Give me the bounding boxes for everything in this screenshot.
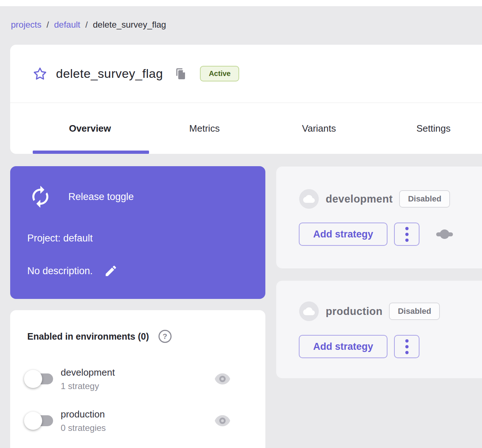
env-row-strategy-count: 1 strategy [61,381,115,391]
production-toggle[interactable] [24,411,53,431]
tab-label: Overview [69,123,111,134]
active-tab-underline [33,151,149,154]
breadcrumb: projects / default / delete_survey_flag [11,20,166,30]
env-row-strategy-count: 0 strategies [61,423,106,433]
kebab-menu-icon[interactable] [394,335,419,358]
copy-icon [175,67,186,80]
breadcrumb-separator: / [85,20,88,30]
tab-label: Variants [302,123,336,134]
environment-name: development [326,193,393,205]
description-row: No description. [27,264,118,278]
environment-avatar [299,301,319,321]
star-outline-icon [33,67,47,81]
flag-type-label: Release toggle [68,191,134,203]
question-circle-icon[interactable] [158,330,172,343]
environment-name: production [326,305,382,317]
description-text: No description. [27,265,93,277]
project-label: Project: default [27,233,93,244]
environment-status-badge: Disabled [389,303,440,320]
env-row-name: production [61,409,106,420]
tab-overview[interactable]: Overview [33,103,147,154]
breadcrumb-current: delete_survey_flag [93,20,166,30]
cloud-icon [303,194,315,204]
breadcrumb-projects[interactable]: projects [11,20,41,30]
env-row-production: production 0 strategies [24,405,251,436]
copy-name-button[interactable] [174,67,187,81]
tab-bar: Overview Metrics Variants Settings [10,103,482,154]
development-strategy-panel: development Disabled Add strategy [276,167,482,268]
add-strategy-button[interactable]: Add strategy [299,335,387,358]
eye-icon[interactable] [214,371,231,387]
tab-metrics[interactable]: Metrics [147,103,262,154]
enabled-environments-title: Enabled in environments (0) [27,331,149,342]
kebab-menu-icon[interactable] [394,223,419,246]
env-row-name: development [61,367,115,378]
tab-label: Metrics [189,123,220,134]
cycle-arrows-icon [28,182,52,211]
production-strategy-panel: production Disabled Add strategy [276,281,482,378]
pencil-icon [104,264,118,278]
status-badge: Active [200,66,239,81]
tab-label: Settings [417,123,451,134]
development-toggle[interactable] [24,369,53,389]
page-title: delete_survey_flag [56,67,163,81]
environment-avatar [299,189,319,209]
favorite-button[interactable] [33,67,47,81]
flag-title-row: delete_survey_flag Active [10,45,482,103]
breadcrumb-separator: / [47,20,49,30]
enabled-environments-card: Enabled in environments (0) development … [10,310,265,448]
tab-variants[interactable]: Variants [262,103,376,154]
slider-icon [436,229,453,239]
add-strategy-button[interactable]: Add strategy [299,223,387,246]
enabled-environments-header: Enabled in environments (0) [27,330,172,343]
top-white-strip [0,0,482,6]
env-row-development: development 1 strategy [24,364,251,394]
tab-settings[interactable]: Settings [376,103,482,154]
edit-description-button[interactable] [104,264,118,278]
flag-type-row: Release toggle [28,182,134,211]
flag-type-card: Release toggle Project: default No descr… [10,166,265,299]
cloud-icon [303,307,315,316]
environment-status-badge: Disabled [399,190,450,208]
flag-header-card: delete_survey_flag Active Overview Metri… [10,45,482,154]
breadcrumb-default[interactable]: default [54,20,80,30]
eye-icon[interactable] [214,413,231,428]
